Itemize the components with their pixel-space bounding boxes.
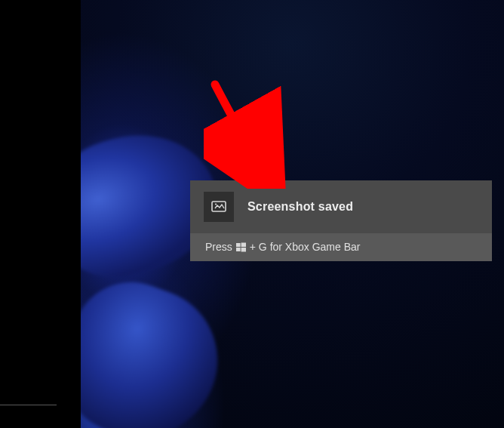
notification-title: Screenshot saved: [247, 200, 353, 214]
hint-text-suffix: + G for Xbox Game Bar: [250, 241, 361, 253]
notification-hint: Press + G for Xbox Game Bar: [190, 233, 492, 261]
screenshot-saved-notification[interactable]: Screenshot saved Press + G for Xbox Game…: [190, 180, 492, 261]
sidebar-divider: [0, 405, 57, 405]
hint-text-prefix: Press: [205, 241, 232, 253]
svg-rect-5: [236, 248, 241, 251]
svg-rect-6: [241, 248, 245, 252]
svg-rect-3: [236, 243, 241, 247]
windows-logo-icon: [236, 242, 246, 252]
notification-header: Screenshot saved: [190, 180, 492, 233]
left-sidebar-panel: [0, 0, 81, 428]
svg-point-2: [215, 203, 217, 205]
svg-rect-4: [241, 242, 245, 247]
notification-icon-container: [204, 192, 234, 222]
screenshot-icon: [211, 199, 227, 215]
